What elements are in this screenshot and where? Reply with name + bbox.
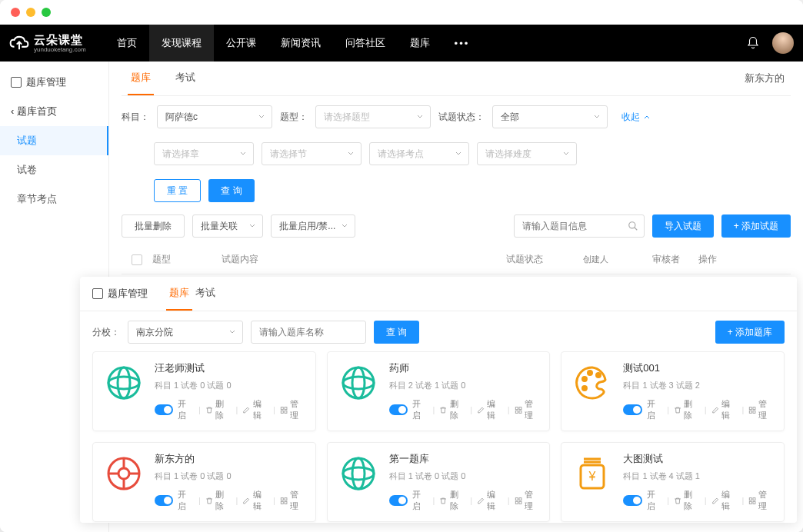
sidebar-item-papers[interactable]: 试卷 — [0, 155, 108, 185]
nav-home[interactable]: 首页 — [105, 25, 149, 62]
panel-tab-bank[interactable]: 题库 — [166, 277, 192, 311]
card-delete[interactable]: 删除 — [674, 489, 700, 512]
card-manage[interactable]: 管理 — [748, 398, 775, 421]
svg-point-31 — [352, 458, 365, 489]
close-window[interactable] — [11, 8, 20, 17]
subject-select[interactable]: 阿萨德c — [157, 105, 272, 128]
svg-rect-25 — [281, 497, 283, 500]
sidebar-item-chapters[interactable]: 章节考点 — [0, 185, 108, 214]
section-select[interactable]: 请选择节 — [262, 142, 362, 165]
chapter-select[interactable]: 请选择章 — [154, 142, 254, 165]
svg-rect-4 — [281, 407, 283, 409]
add-bank-button[interactable]: + 添加题库 — [715, 321, 785, 344]
card-delete[interactable]: 删除 — [205, 489, 232, 512]
minimize-window[interactable] — [26, 8, 35, 17]
bank-icon — [571, 361, 614, 404]
bank-card[interactable]: 第一题库科目 1 试卷 0 试题 0开启|删除|编辑|管理 — [327, 442, 551, 522]
tab-exam[interactable]: 考试 — [172, 62, 198, 95]
branch-select[interactable]: 南京分院 — [128, 321, 243, 344]
chevron-down-icon — [562, 150, 570, 158]
reset-button[interactable]: 重 置 — [154, 179, 201, 202]
card-manage[interactable]: 管理 — [515, 489, 541, 512]
enable-toggle[interactable] — [389, 495, 408, 506]
card-edit[interactable]: 编辑 — [711, 489, 738, 512]
nav-open-courses[interactable]: 公开课 — [214, 25, 268, 62]
nav-qa-community[interactable]: 问答社区 — [333, 25, 398, 62]
svg-point-2 — [108, 377, 139, 389]
card-delete[interactable]: 删除 — [674, 398, 700, 421]
card-delete[interactable]: 删除 — [205, 398, 232, 421]
card-delete[interactable]: 删除 — [439, 489, 465, 512]
status-select[interactable]: 全部 — [492, 105, 608, 128]
sidebar-item-questions[interactable]: 试题 — [0, 126, 108, 155]
bank-card[interactable]: 新东方的科目 1 试卷 0 试题 0开启|删除|编辑|管理 — [92, 442, 316, 522]
enable-toggle[interactable] — [155, 495, 173, 506]
card-delete[interactable]: 删除 — [439, 398, 465, 421]
svg-rect-20 — [753, 407, 755, 409]
card-edit[interactable]: 编辑 — [242, 489, 268, 512]
bank-card[interactable]: 测试001科目 1 试卷 3 试题 2开启|删除|编辑|管理 — [561, 351, 785, 431]
batch-relate-select[interactable]: 批量关联 — [192, 214, 263, 238]
panel-tab-exam[interactable]: 考试 — [192, 277, 218, 311]
panel-title: 题库管理 — [92, 278, 148, 310]
trash-icon — [205, 497, 213, 505]
card-edit[interactable]: 编辑 — [477, 398, 503, 421]
bank-card[interactable]: ¥大图测试科目 1 试卷 4 试题 1开启|删除|编辑|管理 — [561, 442, 785, 522]
collapse-filters[interactable]: 收起 — [621, 111, 651, 124]
enable-toggle[interactable] — [623, 495, 641, 506]
enable-toggle[interactable] — [623, 404, 641, 415]
svg-text:¥: ¥ — [588, 470, 596, 483]
logo[interactable]: 云朵课堂 yunduoketang.com — [9, 33, 86, 53]
bank-icon — [337, 452, 380, 495]
maximize-window[interactable] — [42, 8, 51, 17]
add-question-button[interactable]: + 添加试题 — [721, 214, 791, 238]
search-input[interactable] — [514, 214, 645, 238]
chevron-down-icon — [239, 150, 247, 158]
bank-card[interactable]: 药师科目 2 试卷 1 试题 0开启|删除|编辑|管理 — [327, 351, 551, 431]
content-tabs: 题库 考试 新东方的 — [122, 62, 791, 96]
point-select[interactable]: 请选择考点 — [369, 142, 469, 165]
nav-more[interactable]: ••• — [442, 25, 482, 62]
batch-delete-button[interactable]: 批量删除 — [122, 214, 185, 238]
card-manage[interactable]: 管理 — [280, 489, 306, 512]
card-manage[interactable]: 管理 — [280, 398, 306, 421]
card-manage[interactable]: 管理 — [515, 398, 541, 421]
grid-icon — [748, 497, 756, 505]
enable-toggle[interactable] — [389, 404, 408, 415]
edit-icon — [477, 497, 485, 505]
type-label: 题型： — [280, 111, 308, 124]
svg-rect-33 — [519, 497, 521, 500]
bank-name-input[interactable] — [251, 321, 366, 344]
bank-card[interactable]: 汪老师测试科目 1 试卷 0 试题 0开启|删除|编辑|管理 — [92, 351, 316, 431]
window-titlebar — [0, 0, 803, 25]
difficulty-select[interactable]: 请选择难度 — [477, 142, 577, 165]
card-edit[interactable]: 编辑 — [242, 398, 268, 421]
logo-subtitle: yunduoketang.com — [34, 46, 86, 53]
card-edit[interactable]: 编辑 — [477, 489, 503, 512]
svg-point-29 — [343, 458, 374, 489]
nav-news[interactable]: 新闻资讯 — [268, 25, 333, 62]
panel-query-button[interactable]: 查 询 — [374, 321, 419, 344]
type-select[interactable]: 请选择题型 — [315, 105, 431, 128]
bank-icon — [102, 452, 145, 495]
sidebar-back[interactable]: ‹ 题库首页 — [0, 97, 108, 126]
avatar[interactable] — [772, 32, 794, 54]
tab-bank[interactable]: 题库 — [128, 62, 154, 95]
svg-point-8 — [343, 367, 374, 398]
svg-point-16 — [588, 371, 592, 375]
nav-question-bank[interactable]: 题库 — [398, 25, 442, 62]
query-button[interactable]: 查 询 — [208, 179, 254, 202]
bell-icon[interactable] — [746, 36, 760, 50]
svg-rect-35 — [519, 501, 521, 504]
branch-label: 分校： — [92, 326, 120, 339]
svg-rect-13 — [515, 411, 518, 413]
batch-enable-select[interactable]: 批量启用/禁... — [271, 214, 355, 238]
card-edit[interactable]: 编辑 — [711, 398, 738, 421]
svg-rect-19 — [750, 407, 752, 409]
import-button[interactable]: 导入试题 — [652, 214, 714, 238]
enable-toggle[interactable] — [155, 404, 173, 415]
card-manage[interactable]: 管理 — [748, 489, 775, 512]
checkbox-all[interactable] — [132, 254, 142, 265]
bank-title: 测试001 — [623, 361, 775, 375]
nav-discover-courses[interactable]: 发现课程 — [149, 25, 214, 62]
